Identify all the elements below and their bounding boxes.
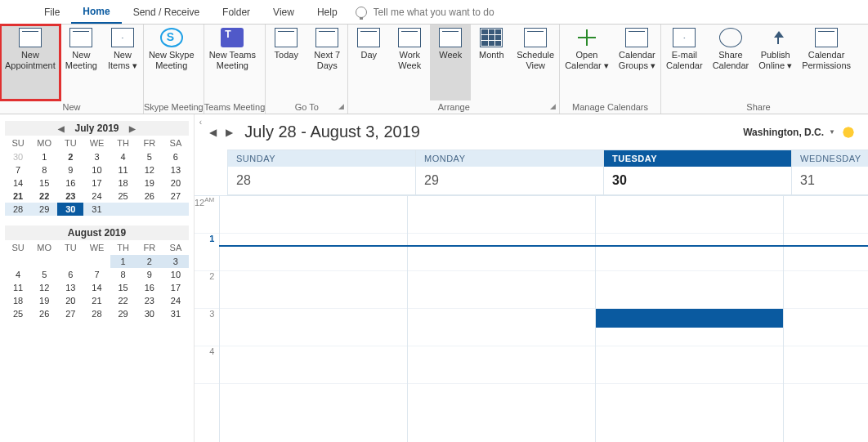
new-meeting-button[interactable]: New Meeting [60,25,102,100]
mini-day[interactable]: 10 [83,163,110,176]
schedule-view-button[interactable]: Schedule View [512,25,559,100]
tab-send-receive[interactable]: Send / Receive [122,2,211,23]
mini-day[interactable]: 21 [83,294,110,307]
mini-day[interactable]: 30 [57,203,83,216]
mini-day[interactable]: 8 [110,268,136,281]
mini-day[interactable]: 18 [110,176,136,190]
next-month[interactable]: ▶ [124,124,141,133]
day-header[interactable]: TUESDAY30 [603,150,791,195]
mini-day[interactable]: 7 [5,163,31,176]
location-label[interactable]: Washington, D.C. [743,127,824,138]
location-dropdown-icon[interactable]: ▼ [829,128,835,136]
time-slot[interactable] [408,234,595,271]
mini-day[interactable]: 16 [136,281,163,294]
slot-area[interactable] [219,196,868,442]
mini-day[interactable]: 9 [57,163,83,176]
tab-home[interactable]: Home [71,1,121,24]
time-slot[interactable] [408,346,595,384]
day-header[interactable]: SUNDAY28 [227,150,415,195]
mini-day[interactable]: 27 [163,190,189,203]
mini-day[interactable]: 20 [57,294,83,307]
mini-day[interactable]: 24 [163,294,189,307]
mini-day[interactable] [83,255,110,268]
week-view-button[interactable]: Week [430,25,471,100]
day-header[interactable]: WEDNESDAY31 [791,150,868,195]
mini-day[interactable]: 30 [136,307,163,320]
time-slot[interactable] [784,234,868,271]
mini-day[interactable]: 15 [110,281,136,294]
mini-day[interactable]: 5 [136,150,163,163]
mini-day[interactable]: 12 [136,163,163,176]
mini-day[interactable]: 14 [83,281,110,294]
time-slot[interactable] [596,309,783,346]
tab-folder[interactable]: Folder [211,2,262,23]
mini-day[interactable]: 4 [110,150,136,163]
mini-day[interactable]: 28 [83,307,110,320]
calendar-permissions-button[interactable]: Calendar Permissions [797,25,856,100]
day-column[interactable] [219,196,407,442]
mini-day[interactable]: 11 [110,163,136,176]
publish-online-button[interactable]: Publish Online ▾ [754,25,797,100]
time-slot[interactable] [220,271,407,309]
mini-day[interactable]: 31 [163,307,189,320]
mini-day[interactable]: 28 [5,203,31,216]
month-view-button[interactable]: Month [471,25,512,100]
arrange-launcher[interactable]: ◢ [550,102,556,110]
mini-day[interactable] [163,203,189,216]
time-slot[interactable] [596,234,783,271]
mini-day[interactable]: 15 [31,176,57,190]
work-week-button[interactable]: Work Week [389,25,430,100]
next-7-days-button[interactable]: Next 7 Days [306,25,347,100]
mini-day[interactable] [57,255,83,268]
day-column[interactable] [407,196,595,442]
time-slot[interactable] [596,196,783,234]
mini-day[interactable]: 23 [136,294,163,307]
tab-view[interactable]: View [262,2,306,23]
time-slot[interactable] [784,346,868,384]
share-calendar-button[interactable]: Share Calendar [708,25,754,100]
mini-day[interactable]: 12 [31,281,57,294]
tab-help[interactable]: Help [306,2,349,23]
mini-day[interactable]: 9 [136,268,163,281]
time-slot[interactable] [596,271,783,309]
new-items-button[interactable]: New Items ▾ [102,25,143,100]
mini-day[interactable]: 24 [83,190,110,203]
mini-day[interactable]: 11 [5,281,31,294]
mini-day[interactable] [136,203,163,216]
mini-day[interactable]: 29 [110,307,136,320]
time-slot[interactable] [408,309,595,346]
mini-day[interactable]: 21 [5,190,31,203]
mini-day[interactable]: 4 [5,268,31,281]
mini-day[interactable]: 16 [57,176,83,190]
mini-day[interactable]: 13 [57,281,83,294]
day-column[interactable] [595,196,783,442]
mini-day[interactable]: 2 [136,255,163,268]
mini-day[interactable]: 27 [57,307,83,320]
time-slot[interactable] [220,234,407,271]
time-slot[interactable] [596,346,783,384]
tab-file[interactable]: File [33,2,71,23]
new-teams-meeting-button[interactable]: New Teams Meeting [204,25,261,100]
mini-day[interactable]: 13 [163,163,189,176]
mini-day[interactable]: 17 [83,176,110,190]
mini-day[interactable]: 1 [31,150,57,163]
mini-day[interactable]: 1 [110,255,136,268]
mini-day[interactable]: 6 [163,150,189,163]
new-skype-meeting-button[interactable]: New Skype Meeting [144,25,199,100]
mini-day[interactable] [110,203,136,216]
mini-day[interactable]: 25 [5,307,31,320]
mini-day[interactable]: 26 [136,190,163,203]
next-week[interactable]: ▶ [222,125,236,140]
mini-day[interactable]: 6 [57,268,83,281]
mini-day[interactable]: 3 [83,150,110,163]
calendar-event[interactable] [596,309,783,328]
mini-day[interactable]: 23 [57,190,83,203]
calendar-groups-button[interactable]: Calendar Groups ▾ [614,25,660,100]
time-slot[interactable] [784,271,868,309]
time-slot[interactable] [784,309,868,346]
mini-day[interactable]: 26 [31,307,57,320]
new-appointment-button[interactable]: New Appointment [0,25,60,100]
collapse-nav[interactable]: ‹ [199,118,202,127]
mini-day[interactable]: 3 [163,255,189,268]
mini-day[interactable]: 18 [5,294,31,307]
